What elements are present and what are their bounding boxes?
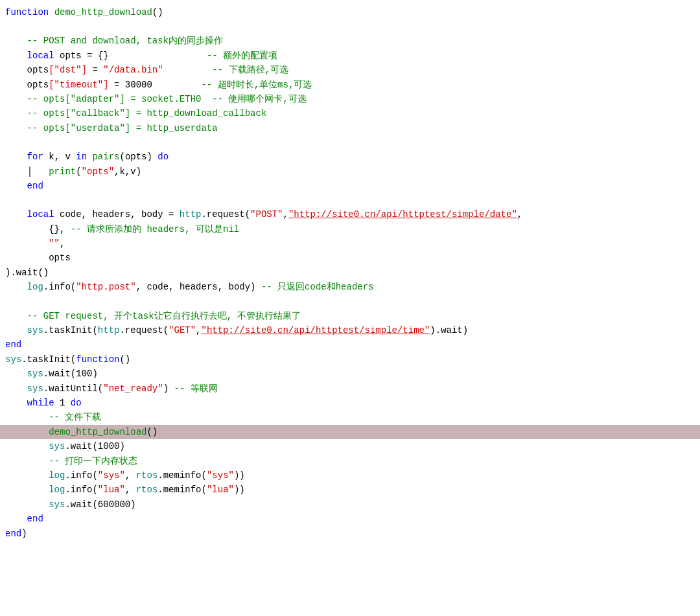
line-content: local code, headers, body = http.request… bbox=[0, 207, 700, 222]
code-line: │ print("opts",k,v) bbox=[0, 165, 700, 179]
code-line: opts["timeout"] = 30000 -- 超时时长,单位ms,可选 bbox=[0, 78, 700, 92]
code-line: sys.waitUntil("net_ready") -- 等联网 bbox=[0, 382, 700, 396]
line-content: -- opts["callback"] = http_download_call… bbox=[0, 106, 700, 120]
line-content: end bbox=[0, 512, 700, 526]
line-content: local opts = {} -- 额外的配置项 bbox=[0, 49, 700, 63]
line-content: log.info("sys", rtos.meminfo("sys")) bbox=[0, 468, 700, 483]
code-line: sys.wait(100) bbox=[0, 367, 700, 381]
line-content: log.info("lua", rtos.meminfo("lua")) bbox=[0, 483, 700, 497]
line-content: sys.waitUntil("net_ready") -- 等联网 bbox=[0, 382, 700, 396]
code-line: for k, v in pairs(opts) do bbox=[0, 150, 700, 164]
line-content: sys.taskInit(http.request("GET","http://… bbox=[0, 323, 700, 337]
line-content: end bbox=[0, 337, 700, 352]
line-content: opts bbox=[0, 251, 700, 265]
code-line: end) bbox=[0, 527, 700, 541]
code-line: -- GET request, 开个task让它自行执行去吧, 不管执行结果了 bbox=[0, 309, 700, 323]
code-line: log.info("lua", rtos.meminfo("lua")) bbox=[0, 483, 700, 497]
line-content: sys.wait(600000) bbox=[0, 497, 700, 512]
line-content: -- GET request, 开个task让它自行执行去吧, 不管执行结果了 bbox=[0, 309, 700, 323]
code-line: -- POST and download, task内的同步操作 bbox=[0, 34, 700, 48]
code-line: end bbox=[0, 337, 700, 352]
line-content: -- 打印一下内存状态 bbox=[0, 454, 700, 468]
code-line: sys.wait(600000) bbox=[0, 497, 700, 512]
line-content: {}, -- 请求所添加的 headers, 可以是nil bbox=[0, 222, 700, 236]
code-line bbox=[0, 193, 700, 207]
code-editor: function demo_http_download() -- POST an… bbox=[0, 0, 700, 616]
code-line bbox=[0, 19, 700, 34]
line-content: while 1 do bbox=[0, 396, 700, 410]
line-content: -- opts["userdata"] = http_userdata bbox=[0, 121, 700, 135]
code-line: sys.taskInit(http.request("GET","http://… bbox=[0, 323, 700, 337]
code-line: opts["dst"] = "/data.bin" -- 下载路径,可选 bbox=[0, 63, 700, 77]
code-line bbox=[0, 135, 700, 150]
line-content: end) bbox=[0, 527, 700, 541]
code-line: opts bbox=[0, 251, 700, 265]
code-line: ).wait() bbox=[0, 266, 700, 280]
line-content: log.info("http.post", code, headers, bod… bbox=[0, 280, 700, 294]
code-line: end bbox=[0, 179, 700, 193]
line-content: opts["timeout"] = 30000 -- 超时时长,单位ms,可选 bbox=[0, 78, 700, 92]
line-content: sys.taskInit(function() bbox=[0, 352, 700, 367]
line-content: -- opts["adapter"] = socket.ETH0 -- 使用哪个… bbox=[0, 92, 700, 106]
code-line: sys.wait(1000) bbox=[0, 439, 700, 453]
code-line: end bbox=[0, 512, 700, 526]
code-line: while 1 do bbox=[0, 396, 700, 410]
code-line: function demo_http_download() bbox=[0, 5, 700, 19]
code-line: -- 打印一下内存状态 bbox=[0, 454, 700, 468]
line-content: sys.wait(1000) bbox=[0, 439, 700, 453]
code-line: -- 文件下载 bbox=[0, 410, 700, 424]
line-content: function demo_http_download() bbox=[0, 5, 700, 19]
line-content: -- POST and download, task内的同步操作 bbox=[0, 34, 700, 48]
code-line: -- opts["callback"] = http_download_call… bbox=[0, 106, 700, 120]
line-content: opts["dst"] = "/data.bin" -- 下载路径,可选 bbox=[0, 63, 700, 77]
code-line: log.info("http.post", code, headers, bod… bbox=[0, 280, 700, 294]
code-line: local code, headers, body = http.request… bbox=[0, 207, 700, 222]
line-content: sys.wait(100) bbox=[0, 367, 700, 381]
code-line: local opts = {} -- 额外的配置项 bbox=[0, 49, 700, 63]
code-line: "", bbox=[0, 236, 700, 251]
code-line: sys.taskInit(function() bbox=[0, 352, 700, 367]
code-line: demo_http_download() bbox=[0, 425, 700, 439]
line-content: end bbox=[0, 179, 700, 193]
line-content: demo_http_download() bbox=[0, 425, 700, 439]
line-content: │ print("opts",k,v) bbox=[0, 165, 700, 179]
code-line: -- opts["userdata"] = http_userdata bbox=[0, 121, 700, 135]
code-line: -- opts["adapter"] = socket.ETH0 -- 使用哪个… bbox=[0, 92, 700, 106]
line-content: -- 文件下载 bbox=[0, 410, 700, 424]
code-content: function demo_http_download() -- POST an… bbox=[0, 5, 700, 541]
code-line: log.info("sys", rtos.meminfo("sys")) bbox=[0, 468, 700, 483]
line-content: "", bbox=[0, 236, 700, 251]
code-line bbox=[0, 295, 700, 309]
line-content: for k, v in pairs(opts) do bbox=[0, 150, 700, 164]
line-content: ).wait() bbox=[0, 266, 700, 280]
code-line: {}, -- 请求所添加的 headers, 可以是nil bbox=[0, 222, 700, 236]
